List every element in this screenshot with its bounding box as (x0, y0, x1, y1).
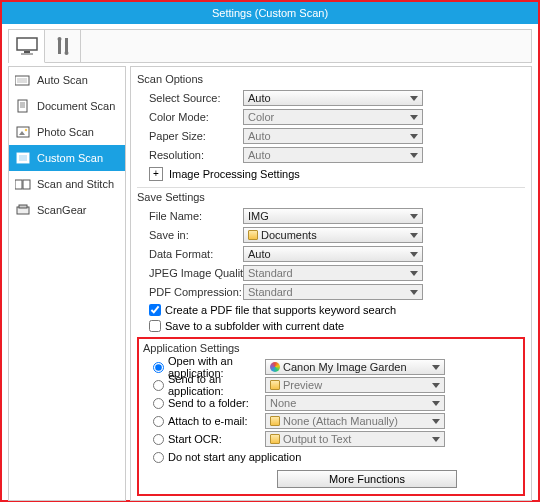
send-folder-dropdown: None (265, 395, 445, 411)
auto-scan-icon (15, 73, 31, 87)
radio-start-ocr-input[interactable] (153, 434, 164, 445)
radio-no-app[interactable]: Do not start any application (143, 451, 301, 463)
sidebar-item-label: Auto Scan (37, 74, 88, 86)
monitor-icon (16, 37, 38, 55)
jpeg-quality-dropdown: Standard (243, 265, 423, 281)
file-name-combo[interactable]: IMG (243, 208, 423, 224)
sidebar-item-label: Custom Scan (37, 152, 103, 164)
sidebar-item-label: Photo Scan (37, 126, 94, 138)
select-source-dropdown[interactable]: Auto (243, 90, 423, 106)
scan-options-title: Scan Options (137, 73, 525, 85)
more-functions-button[interactable]: More Functions (277, 470, 457, 488)
ocr-dropdown: Output to Text (265, 431, 445, 447)
scangear-icon (15, 203, 31, 217)
svg-rect-19 (23, 180, 30, 189)
sidebar-item-scan-stitch[interactable]: Scan and Stitch (9, 171, 125, 197)
radio-start-ocr[interactable]: Start OCR: (143, 433, 265, 445)
svg-rect-9 (18, 100, 27, 112)
data-format-label: Data Format: (137, 248, 243, 260)
attach-email-dropdown: None (Attach Manually) (265, 413, 445, 429)
sidebar-item-auto-scan[interactable]: Auto Scan (9, 67, 125, 93)
folder-icon (270, 434, 280, 444)
svg-rect-8 (17, 78, 27, 83)
select-source-label: Select Source: (137, 92, 243, 104)
photo-icon (15, 125, 31, 139)
radio-attach-email-input[interactable] (153, 416, 164, 427)
color-mode-dropdown: Color (243, 109, 423, 125)
document-icon (15, 99, 31, 113)
pdf-compression-dropdown: Standard (243, 284, 423, 300)
radio-send-folder[interactable]: Send to a folder: (143, 397, 265, 409)
sidebar-item-photo-scan[interactable]: Photo Scan (9, 119, 125, 145)
save-in-label: Save in: (137, 229, 243, 241)
radio-send-app[interactable]: Send to an application: (143, 373, 265, 397)
save-in-dropdown[interactable]: Documents (243, 227, 423, 243)
window-title: Settings (Custom Scan) (212, 7, 328, 19)
folder-icon (270, 380, 280, 390)
sidebar-item-scangear[interactable]: ScanGear (9, 197, 125, 223)
pdf-compression-label: PDF Compression: (137, 286, 243, 298)
chk-keyword-input[interactable] (149, 304, 161, 316)
folder-icon (248, 230, 258, 240)
radio-send-app-input[interactable] (153, 380, 164, 391)
radio-attach-email[interactable]: Attach to e-mail: (143, 415, 265, 427)
svg-rect-1 (24, 51, 30, 53)
svg-point-5 (57, 37, 61, 41)
sidebar-item-label: Scan and Stitch (37, 178, 114, 190)
paper-size-dropdown: Auto (243, 128, 423, 144)
custom-icon (15, 151, 31, 165)
jpeg-quality-label: JPEG Image Quality: (137, 267, 243, 279)
open-app-dropdown[interactable]: Canon My Image Garden (265, 359, 445, 375)
chk-subfolder-input[interactable] (149, 320, 161, 332)
sidebar-item-label: ScanGear (37, 204, 87, 216)
chk-subfolder-date[interactable]: Save to a subfolder with current date (149, 318, 525, 334)
svg-rect-17 (19, 155, 27, 161)
file-name-label: File Name: (137, 210, 243, 222)
app-settings-title: Application Settings (143, 342, 519, 354)
resolution-dropdown: Auto (243, 147, 423, 163)
tools-icon (54, 36, 72, 56)
data-format-dropdown[interactable]: Auto (243, 246, 423, 262)
svg-rect-13 (17, 127, 29, 137)
palette-icon (270, 362, 280, 372)
stitch-icon (15, 177, 31, 191)
color-mode-label: Color Mode: (137, 111, 243, 123)
svg-rect-0 (17, 38, 37, 50)
chk-keyword-search[interactable]: Create a PDF file that supports keyword … (149, 302, 525, 318)
chk-subfolder-label: Save to a subfolder with current date (165, 320, 344, 332)
settings-panel: Scan Options Select Source: Auto Color M… (130, 66, 532, 501)
radio-open-app-input[interactable] (153, 362, 164, 373)
divider (137, 187, 525, 188)
top-toolbar (8, 29, 532, 63)
tab-scan-from-computer[interactable] (9, 30, 45, 63)
radio-no-app-input[interactable] (153, 452, 164, 463)
radio-send-folder-input[interactable] (153, 398, 164, 409)
sidebar-item-custom-scan[interactable]: Custom Scan (9, 145, 125, 171)
sidebar: Auto Scan Document Scan Photo Scan Custo… (8, 66, 126, 501)
folder-icon (270, 416, 280, 426)
save-settings-title: Save Settings (137, 191, 525, 203)
sidebar-item-label: Document Scan (37, 100, 115, 112)
paper-size-label: Paper Size: (137, 130, 243, 142)
send-app-dropdown: Preview (265, 377, 445, 393)
chk-keyword-label: Create a PDF file that supports keyword … (165, 304, 396, 316)
tab-tools[interactable] (45, 30, 81, 62)
sidebar-item-document-scan[interactable]: Document Scan (9, 93, 125, 119)
application-settings-group: Application Settings Open with an applic… (137, 337, 525, 496)
expand-img-processing[interactable]: + (149, 167, 163, 181)
img-processing-label: Image Processing Settings (169, 168, 300, 180)
window-titlebar: Settings (Custom Scan) (2, 2, 538, 24)
svg-rect-18 (15, 180, 22, 189)
resolution-label: Resolution: (137, 149, 243, 161)
svg-point-15 (25, 129, 27, 131)
svg-point-6 (64, 51, 68, 55)
svg-rect-21 (19, 205, 27, 208)
